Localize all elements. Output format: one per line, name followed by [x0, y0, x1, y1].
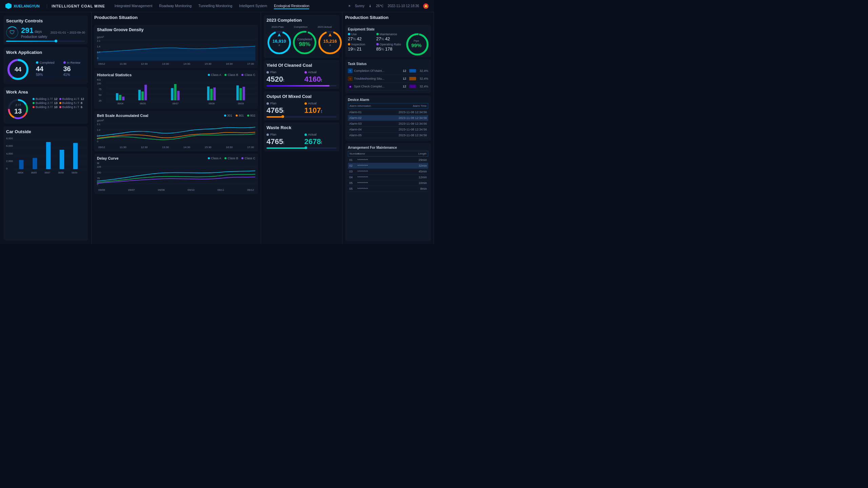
alarm-time-3: 2023-11-08 12:34:56 — [381, 122, 427, 125]
historical-title: Historical Statistics — [97, 73, 132, 77]
maint-name-2: ********* — [357, 164, 412, 167]
pipe-pct: 99% — [411, 42, 421, 48]
security-date-range: 2022-01-01 ~ 2022-09-30 — [51, 31, 85, 34]
equipment-state-section: Equipment State Use 27% 42 Inspection 19… — [345, 25, 431, 57]
delay-legend-c: Class C — [244, 157, 255, 160]
device-alarm-title: Device Alarm — [348, 98, 428, 102]
completion-title: 2023 Completion — [267, 18, 337, 23]
completion-pct: 98% — [297, 41, 312, 48]
svg-text:06/04: 06/04 — [117, 102, 123, 105]
maint-row-6: 05 ********* 8min — [348, 186, 428, 192]
task-row-1: T Completion Of Maint... 12 32.4% — [348, 67, 428, 75]
maint-name-5: ********* — [357, 181, 412, 185]
svg-text:06/09: 06/09 — [238, 102, 244, 105]
nav-integrated[interactable]: Integrated Management — [115, 3, 153, 9]
historical-legend: Class A Class B Class C — [208, 73, 255, 77]
alarm-time-2: 2023-11-08 12:34:56 — [381, 116, 427, 120]
task-row-2: ○ Troubleshooting Situ... 12 32.4% — [348, 75, 428, 83]
shield-icon: 🛡 — [9, 29, 15, 36]
svg-rect-50 — [207, 86, 210, 100]
belt-scale-chart: 2.1 1.4 0.7 0 — [97, 122, 255, 144]
delay-legend: Class A Class B Class C — [208, 157, 255, 160]
equipment-grid: Use 27% 42 Inspection 19% 21 Maintenance… — [348, 33, 428, 55]
work-application-section: Work Application 44 Completed — [3, 47, 88, 84]
alarm-name-3: Alarm-03 — [349, 122, 380, 125]
historical-chart: 100 75 50 25 — [97, 81, 255, 105]
nav-roadway[interactable]: Roadway Monitoring — [159, 3, 192, 9]
notification-bell-icon[interactable]: 🔔 — [423, 3, 429, 9]
completion-panel: 2023 Completion 2023 Plan Completion 202… — [261, 12, 342, 244]
shallow-groove-title: Shallow Groove Density — [97, 27, 255, 34]
maint-row-3: 03 ********* 45min — [348, 169, 428, 175]
delay-curve-section: Delay Curve Class A Class B Class C M — [94, 154, 258, 194]
svg-text:100: 100 — [97, 82, 101, 85]
svg-text:06/09: 06/09 — [72, 171, 77, 174]
equip-col-1: Use 27% 42 Inspection 19% 21 — [348, 33, 375, 52]
svg-rect-18 — [60, 150, 64, 169]
output-bar-fill — [267, 116, 283, 118]
maint-name-6: ********* — [357, 187, 412, 190]
donut-total: 44 — [15, 66, 21, 73]
maint-num-2: 02 — [349, 164, 356, 167]
work-app-stats: Completed 44 59% In Review 36 41% — [33, 59, 85, 80]
security-title: Security Controls — [6, 18, 85, 23]
in-review-pct: 41 — [63, 73, 67, 77]
actual-unit: /t — [323, 44, 337, 47]
svg-text:225: 225 — [97, 166, 101, 168]
maintenance-stat: Maintenance 27% 42 — [376, 33, 403, 41]
svg-rect-55 — [242, 87, 245, 100]
task-row-3: ◆ Spot Check Complet... 12 32.4% — [348, 83, 428, 90]
logo-icon — [5, 3, 12, 9]
logo: XUELANGYUN — [5, 3, 40, 9]
alarm-name-5: Alarm-05 — [349, 134, 380, 137]
alarm-row-5: Alarm-05 2023-11-08 12:34:56 — [348, 133, 428, 138]
datetime-text: 2022-11-10 12:18:36 — [388, 4, 419, 8]
weather-text: Sunny — [355, 4, 364, 8]
yield-actual-unit: t — [321, 78, 322, 83]
nav-ecological[interactable]: Ecological Restoration — [274, 3, 309, 9]
shallow-groove-chart: 2.1 1.4 0.7 0 — [97, 39, 255, 61]
maint-num-5: 05 — [349, 181, 356, 185]
alarm-col1-header: Alarm Information — [350, 104, 380, 107]
task-bar-1 — [409, 69, 416, 73]
building-1: Building 1 / f 12 — [33, 97, 59, 101]
completed-label: Completed — [40, 61, 55, 64]
completion-label: Completion — [294, 25, 307, 28]
svg-rect-54 — [239, 88, 242, 100]
yield-plan-value: 4520 — [267, 75, 283, 83]
task-count-3: 12 — [401, 85, 408, 88]
svg-rect-47 — [171, 88, 173, 100]
nav-right: ☀ Sunny 🌡 26℃ 2022-11-10 12:18:36 🔔 — [348, 3, 429, 9]
temp-icon: 🌡 — [369, 4, 372, 8]
prod-left-title: Production Situation — [94, 15, 258, 20]
work-area-floor: 2 / f — [14, 103, 22, 107]
legend-class-a: Class A — [211, 73, 221, 77]
svg-text:2.1: 2.1 — [97, 123, 100, 125]
legend-801: 801 — [239, 114, 244, 117]
output-actual-label: Actual — [308, 102, 317, 105]
car-y-6000: 6,000 — [6, 144, 13, 147]
svg-text:0.7: 0.7 — [97, 51, 100, 54]
maint-header: Number Name Length — [348, 151, 428, 157]
maint-len-6: 8min — [413, 187, 427, 190]
waste-actual-value: 2678 — [304, 137, 321, 146]
yield-title: Yield Of Cleaned Coal — [267, 63, 337, 68]
maint-name-1: ********* — [357, 158, 412, 162]
task-bar-3 — [409, 85, 416, 88]
maint-row-5: 05 ********* 10min — [348, 180, 428, 186]
maint-num-1: 01 — [349, 158, 356, 162]
security-days-unit: days — [35, 30, 42, 34]
svg-text:0: 0 — [97, 183, 98, 185]
belt-xaxis: 09/1211:3012:3013:3014:3015:3016:3017:30 — [97, 146, 255, 149]
prod-right-title: Production Situation — [345, 15, 431, 20]
in-review-stat-box: In Review 36 41% — [61, 59, 85, 79]
nav-tunnelling[interactable]: Tunnelling Monitoring — [198, 3, 232, 9]
yield-actual-label: Actual — [308, 70, 317, 74]
production-situation-left-panel: Production Situation Shallow Groove Dens… — [92, 12, 261, 244]
nav-intelligent[interactable]: Intelligent System — [239, 3, 267, 9]
svg-text:0: 0 — [97, 140, 98, 143]
completed-stat-box: Completed 44 59% — [33, 59, 58, 79]
output-actual-item: Actual 1107t — [304, 102, 337, 115]
work-area-title: Work Area — [6, 89, 85, 95]
waste-plan-item: Plan 4765t — [267, 133, 299, 146]
